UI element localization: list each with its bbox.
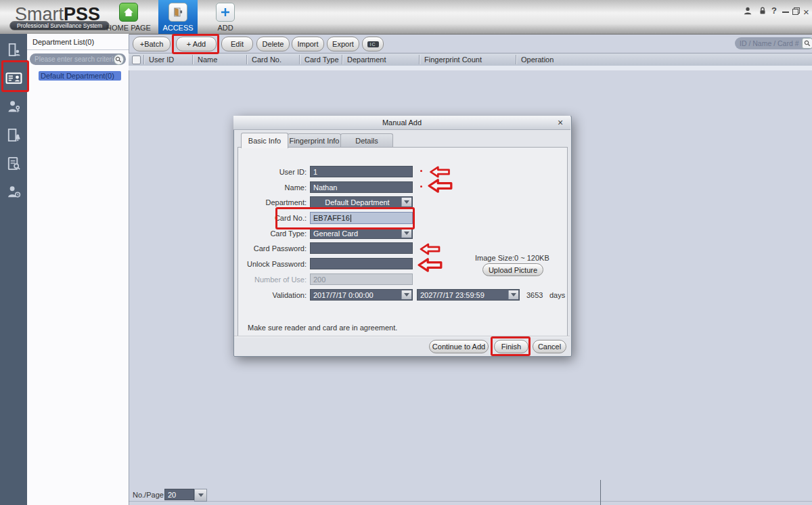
cancel-button[interactable]: Cancel [533,340,566,353]
dropdown-icon[interactable] [401,198,411,206]
card-type-label: Card Type: [227,229,307,238]
column-divider [246,55,247,64]
column-divider [143,55,144,64]
per-page-label: No./Page [133,491,164,499]
tab-add-label: ADD [217,24,233,32]
column-divider [342,55,342,64]
department-select[interactable]: Default Department [310,196,413,208]
sidebar-item-user-schedule[interactable] [0,183,27,200]
department-search-placeholder: Please enter search criteria [35,56,114,63]
user-account-icon[interactable] [743,6,752,18]
left-sidebar [0,34,28,505]
card-no-field[interactable]: EB7AFF16 [310,212,413,224]
edit-button[interactable]: Edit [221,37,253,51]
search-icon[interactable] [802,38,812,49]
close-icon[interactable]: × [803,7,809,17]
global-search-input[interactable]: ID / Name / Card # [735,37,812,49]
upload-picture-button[interactable]: Upload Picture [482,263,543,276]
lock-icon[interactable] [758,6,767,18]
tab-add[interactable]: ADD [210,3,241,32]
col-fingerprint-count[interactable]: Fingerprint Count [424,56,482,64]
tab-home-page[interactable]: HOME PAGE [106,3,151,32]
col-name[interactable]: Name [198,56,217,64]
image-size-hint: Image Size:0 ~ 120KB [475,254,549,262]
tab-fingerprint-info[interactable]: Fingerprint Info [288,133,341,148]
import-button[interactable]: Import [292,37,324,51]
search-icon[interactable] [114,54,124,65]
minimize-icon[interactable] [782,12,789,13]
card-type-select[interactable]: General Card [310,227,413,239]
ic-card-icon: IC [367,41,379,47]
door-access-icon [168,3,187,22]
column-divider [299,55,300,64]
department-search-input[interactable]: Please enter search criteria [30,53,126,65]
department-value: Default Department [325,198,389,206]
user-id-value: 1 [313,168,317,176]
sidebar-item-console[interactable] [0,41,27,58]
name-field[interactable]: Nathan [310,181,413,193]
dialog-close-icon[interactable]: × [558,117,563,128]
card-password-field[interactable] [310,242,413,254]
per-page-select[interactable]: 20 [164,489,194,500]
unlock-password-label: Unlock Password: [227,260,307,268]
column-divider [516,55,516,64]
col-department[interactable]: Department [347,56,386,64]
department-item-default[interactable]: Default Department(0) [39,71,121,81]
department-panel: Department List(0) Please enter search c… [27,34,129,505]
col-card-type[interactable]: Card Type [304,56,339,64]
tab-details[interactable]: Details [340,133,393,148]
tab-home-page-label: HOME PAGE [106,24,151,32]
brand-tagline: Professional Surveillance System [9,21,110,30]
annotation-arrow-unlock-password [418,257,443,276]
select-all-checkbox[interactable] [132,56,141,64]
card-no-label: Card No.: [227,214,307,222]
continue-to-add-button[interactable]: Continue to Add [429,340,489,353]
dropdown-icon[interactable] [508,290,518,299]
sidebar-item-user-key[interactable] [0,97,27,115]
dialog-note: Make sure reader and card are in agreeme… [248,324,397,332]
ic-card-button[interactable]: IC [362,37,384,51]
global-search-placeholder: ID / Name / Card # [740,39,799,47]
unlock-password-field[interactable] [310,258,413,269]
scrubber-playhead [600,480,601,505]
col-user-id[interactable]: User ID [149,56,174,64]
name-label: Name: [227,183,307,192]
validation-start-value: 2017/7/17 0:00:00 [313,291,374,299]
validation-start-select[interactable]: 2017/7/17 0:00:00 [310,289,413,301]
dropdown-icon[interactable] [401,290,411,299]
tab-basic-info[interactable]: Basic Info [241,133,288,148]
delete-button[interactable]: Delete [256,37,290,51]
dialog-title-bar[interactable]: Manual Add [233,116,570,130]
sidebar-item-door-alarm[interactable] [0,126,27,144]
per-page-dropdown-icon[interactable] [194,489,207,502]
col-operation[interactable]: Operation [521,56,554,64]
card-password-label: Card Password: [227,244,307,252]
add-button[interactable]: + Add [176,37,217,51]
text-caret [351,215,351,222]
help-icon[interactable]: ? [771,6,777,15]
annotation-arrow-name [428,178,453,196]
restore-icon[interactable] [792,6,800,18]
number-of-use-label: Number of Use: [227,276,307,284]
sidebar-item-user-card[interactable] [0,69,27,87]
department-label: Department: [227,198,307,206]
finish-button[interactable]: Finish [494,340,528,353]
required-marker [420,170,422,172]
tab-access-label: ACCESS [162,24,193,32]
tab-access[interactable]: ACCESS [158,0,198,34]
export-button[interactable]: Export [327,37,359,51]
card-type-value: General Card [313,229,358,238]
scrubber-line [129,501,812,502]
department-list-title: Department List(0) [27,34,129,50]
batch-button[interactable]: +Batch [133,37,171,51]
number-of-use-value: 200 [313,276,325,284]
validation-end-value: 2027/7/17 23:59:59 [420,291,484,299]
column-divider [419,55,420,64]
sidebar-item-log-search[interactable] [0,154,27,172]
dropdown-icon[interactable] [401,229,411,238]
user-id-field[interactable]: 1 [310,166,413,177]
number-of-use-field: 200 [310,273,413,285]
validation-end-select[interactable]: 2027/7/17 23:59:59 [417,289,520,301]
col-card-no[interactable]: Card No. [252,56,281,64]
required-marker [420,185,422,188]
